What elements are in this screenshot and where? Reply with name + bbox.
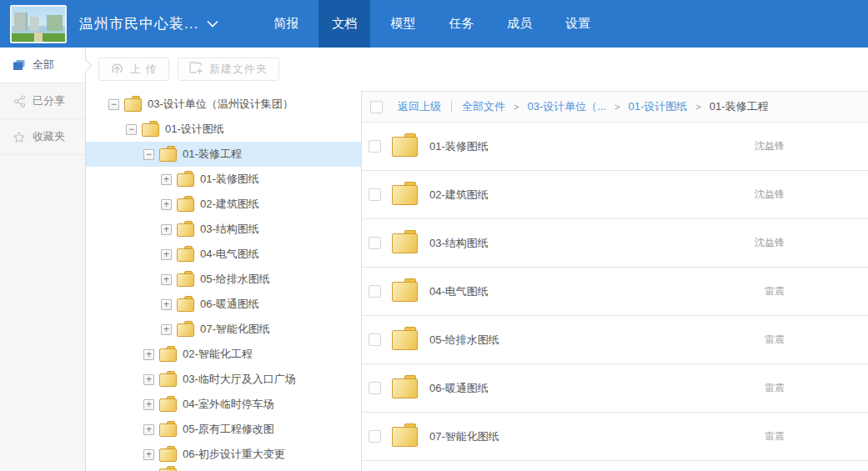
folder-icon xyxy=(159,373,177,387)
nav-tab-2[interactable]: 文档 xyxy=(319,0,370,48)
expand-icon[interactable]: + xyxy=(161,249,172,260)
file-name[interactable]: 01-装修图纸 xyxy=(429,139,489,154)
file-row[interactable]: 02-建筑图纸沈益锋 xyxy=(362,171,868,219)
breadcrumb-item[interactable]: 01-设计图纸 xyxy=(629,99,688,114)
chevron-down-icon[interactable] xyxy=(207,20,218,28)
row-checkbox[interactable] xyxy=(369,333,381,346)
collapse-icon[interactable]: − xyxy=(126,124,137,135)
folder-body xyxy=(392,137,418,157)
breadcrumb-item[interactable]: 全部文件 xyxy=(462,99,505,114)
expand-icon[interactable]: + xyxy=(161,199,172,210)
folder-icon xyxy=(392,185,418,205)
tree-item[interactable]: + xyxy=(86,467,361,471)
sidebar-item[interactable]: 已分享 xyxy=(0,83,85,119)
upload-button[interactable]: 上 传 xyxy=(98,58,169,81)
collapse-icon[interactable]: − xyxy=(143,149,154,160)
folder-body xyxy=(177,223,194,237)
nav-tab-1[interactable]: 简报 xyxy=(260,0,312,48)
tree-item[interactable]: +02-智能化工程 xyxy=(86,342,361,367)
tree-item-label: 03-临时大厅及入口广场 xyxy=(183,372,296,387)
nav-tab-5[interactable]: 成员 xyxy=(494,0,545,48)
folder-icon xyxy=(142,123,159,137)
folder-icon xyxy=(177,298,194,312)
panels: −03-设计单位（温州设计集团）−01-设计图纸−01-装修工程+01-装修图纸… xyxy=(86,91,868,471)
folder-icon xyxy=(392,137,418,157)
toolbar: 上 传 新建文件夹 xyxy=(86,48,868,91)
tree-item[interactable]: +02-建筑图纸 xyxy=(86,192,361,217)
tree-item[interactable]: +05-原有工程修改图 xyxy=(86,417,361,442)
tree-item[interactable]: −03-设计单位（温州设计集团） xyxy=(86,92,361,117)
sidebar-item-label: 全部 xyxy=(33,58,54,73)
tree-item[interactable]: −01-设计图纸 xyxy=(86,117,361,142)
tree-item[interactable]: +03-结构图纸 xyxy=(86,217,361,242)
row-checkbox[interactable] xyxy=(369,382,381,394)
folder-body xyxy=(392,330,418,350)
file-row[interactable]: 04-电气图纸雷震 xyxy=(362,268,868,316)
project-thumbnail[interactable] xyxy=(10,5,67,43)
expand-icon[interactable]: + xyxy=(161,224,172,235)
project-title[interactable]: 温州市民中心装... xyxy=(79,14,198,33)
tree-item[interactable]: +03-临时大厅及入口广场 xyxy=(86,367,361,392)
back-to-parent-link[interactable]: 返回上级 xyxy=(398,99,441,114)
file-row[interactable]: 07-智能化图纸雷震 xyxy=(362,413,868,461)
tree-item[interactable]: +06-初步设计重大变更 xyxy=(86,442,361,467)
row-checkbox[interactable] xyxy=(369,285,381,298)
select-all-checkbox[interactable] xyxy=(370,101,383,113)
file-row[interactable]: 05-给排水图纸雷震 xyxy=(362,316,868,364)
file-row[interactable]: 01-装修图纸沈益锋 xyxy=(362,123,868,171)
breadcrumb-separator-icon: > xyxy=(514,102,519,112)
collapse-icon[interactable]: − xyxy=(108,99,119,110)
expand-icon[interactable]: + xyxy=(143,374,154,385)
file-name[interactable]: 06-暖通图纸 xyxy=(429,381,489,396)
folder-body xyxy=(124,98,142,112)
file-name[interactable]: 03-结构图纸 xyxy=(429,236,489,251)
tree-item[interactable]: +04-室外临时停车场 xyxy=(86,392,361,417)
expand-icon[interactable]: + xyxy=(143,399,154,410)
row-checkbox[interactable] xyxy=(369,430,381,443)
nav-tab-6[interactable]: 设置 xyxy=(552,0,604,48)
file-name[interactable]: 02-建筑图纸 xyxy=(429,188,489,203)
nav-tab-3[interactable]: 模型 xyxy=(377,0,429,48)
sidebar-item[interactable]: 全部 xyxy=(0,48,85,83)
tree-item-label: 06-初步设计重大变更 xyxy=(183,447,285,462)
tree-item-label: 01-设计图纸 xyxy=(165,122,224,137)
thumbnail-building xyxy=(14,13,28,31)
tree-item[interactable]: +07-智能化图纸 xyxy=(86,317,361,342)
tree-item[interactable]: +05-给排水图纸 xyxy=(86,267,361,292)
folder-body xyxy=(392,378,418,398)
folder-icon xyxy=(177,273,194,287)
tree-item-label: 01-装修工程 xyxy=(183,147,242,162)
row-checkbox[interactable] xyxy=(369,140,381,153)
folder-body xyxy=(177,248,194,262)
nav-tab-4[interactable]: 任务 xyxy=(435,0,487,48)
thumbnail-path xyxy=(34,33,43,42)
expand-icon[interactable]: + xyxy=(161,274,172,285)
new-folder-button[interactable]: 新建文件夹 xyxy=(178,58,279,81)
expand-icon[interactable]: + xyxy=(161,324,172,335)
tree-item[interactable]: +04-电气图纸 xyxy=(86,242,361,267)
tree-item[interactable]: −01-装修工程 xyxy=(86,142,361,167)
expand-icon[interactable]: + xyxy=(143,424,154,435)
main-area: 全部已分享收藏夹 上 传 xyxy=(0,48,868,471)
file-row[interactable]: 06-暖通图纸雷震 xyxy=(362,364,868,413)
folder-icon xyxy=(392,378,418,398)
tree-item[interactable]: +01-装修图纸 xyxy=(86,167,361,192)
folder-tree: −03-设计单位（温州设计集团）−01-设计图纸−01-装修工程+01-装修图纸… xyxy=(86,91,361,471)
file-row[interactable]: 03-结构图纸沈益锋 xyxy=(362,219,868,268)
row-checkbox[interactable] xyxy=(369,188,381,201)
folder-body xyxy=(177,323,194,337)
breadcrumb-separator-icon: > xyxy=(695,102,700,112)
tree-item-label: 04-电气图纸 xyxy=(200,247,259,262)
breadcrumb-item[interactable]: 03-设计单位（... xyxy=(527,99,606,114)
file-name[interactable]: 07-智能化图纸 xyxy=(429,429,499,444)
expand-icon[interactable]: + xyxy=(161,299,172,310)
expand-icon[interactable]: + xyxy=(161,174,172,185)
file-name[interactable]: 04-电气图纸 xyxy=(429,284,489,299)
expand-icon[interactable]: + xyxy=(143,449,154,460)
folder-icon xyxy=(159,423,177,437)
tree-item[interactable]: +06-暖通图纸 xyxy=(86,292,361,317)
file-name[interactable]: 05-给排水图纸 xyxy=(429,333,499,348)
expand-icon[interactable]: + xyxy=(143,349,154,360)
sidebar-item[interactable]: 收藏夹 xyxy=(0,119,85,155)
row-checkbox[interactable] xyxy=(369,237,381,249)
